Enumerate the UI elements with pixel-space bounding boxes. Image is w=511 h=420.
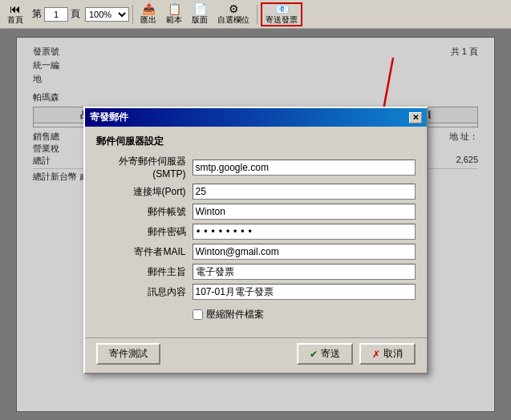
sender-mail-input[interactable] (193, 244, 416, 260)
sample-button[interactable]: 📋 範本 (162, 2, 186, 26)
sample-icon: 📋 (168, 3, 181, 14)
free-field-button[interactable]: ⚙ 自選欄位 (213, 2, 253, 26)
layout-label: 版面 (192, 14, 208, 26)
subject-input[interactable] (193, 264, 416, 280)
subject-row: 郵件主旨 (96, 264, 416, 280)
port-row: 連接埠(Port) (96, 184, 416, 200)
toolbar: ⏮ 首頁 第 頁 100% 50% 75% 125% 150% 200% 📤 匯… (0, 0, 511, 29)
send-button[interactable]: ✔ 寄送 (297, 343, 353, 365)
page-suffix-label: 頁 (71, 7, 80, 21)
port-input[interactable] (193, 184, 416, 200)
modal-overlay: 寄發郵件 ✕ 郵件伺服器設定 外寄郵件伺服器(SMTP) 連接埠(Port) 郵… (0, 29, 511, 420)
content-input[interactable] (193, 284, 416, 300)
password-row: 郵件密碼 (96, 224, 416, 240)
cancel-button[interactable]: ✗ 取消 (359, 343, 416, 365)
account-input[interactable] (193, 204, 416, 220)
page-input-group: 第 頁 (32, 7, 80, 22)
dialog-footer: 寄件測試 ✔ 寄送 ✗ 取消 (85, 337, 427, 373)
separator-2 (257, 5, 258, 24)
sender-mail-label: 寄件者MAIL (96, 245, 193, 259)
page-prefix-label: 第 (32, 7, 42, 21)
dialog-body: 郵件伺服器設定 外寄郵件伺服器(SMTP) 連接埠(Port) 郵件帳號 郵件密… (85, 127, 427, 337)
section-title: 郵件伺服器設定 (96, 135, 416, 148)
send-label: 寄送 (321, 347, 340, 361)
first-page-label: 首頁 (7, 14, 23, 26)
content-label: 訊息內容 (96, 285, 193, 299)
password-input[interactable] (193, 224, 416, 240)
send-email-dialog: 寄發郵件 ✕ 郵件伺服器設定 外寄郵件伺服器(SMTP) 連接埠(Port) 郵… (83, 107, 428, 374)
sender-mail-row: 寄件者MAIL (96, 244, 416, 260)
first-page-button[interactable]: ⏮ 首頁 (3, 2, 27, 26)
layout-button[interactable]: 📄 版面 (188, 2, 212, 26)
sample-label: 範本 (166, 14, 182, 26)
send-invoice-label: 寄送發票 (266, 14, 298, 26)
compress-label: 壓縮附件檔案 (206, 308, 264, 321)
compress-checkbox[interactable] (193, 309, 203, 320)
close-icon: ✕ (412, 113, 419, 122)
test-send-label: 寄件測試 (109, 347, 148, 361)
export-icon: 📤 (142, 3, 156, 14)
export-button[interactable]: 📤 匯出 (136, 2, 160, 26)
zoom-select[interactable]: 100% 50% 75% 125% 150% 200% (85, 7, 129, 22)
free-field-label: 自選欄位 (217, 14, 249, 26)
password-label: 郵件密碼 (96, 225, 193, 239)
main-area: 發票號 共 1 頁 統一編 地 帕瑪森 品名 數量 單價 金額 (0, 29, 511, 420)
page-number-input[interactable] (44, 7, 68, 22)
export-label: 匯出 (140, 14, 156, 26)
cancel-label: 取消 (383, 347, 403, 361)
test-send-button[interactable]: 寄件測試 (96, 343, 160, 365)
first-page-icon: ⏮ (10, 3, 21, 14)
layout-icon: 📄 (193, 3, 207, 14)
send-invoice-icon: 📧 (275, 3, 289, 14)
dialog-titlebar: 寄發郵件 ✕ (85, 108, 427, 127)
smtp-row: 外寄郵件伺服器(SMTP) (96, 155, 416, 180)
footer-right-buttons: ✔ 寄送 ✗ 取消 (297, 343, 416, 365)
account-row: 郵件帳號 (96, 204, 416, 220)
dialog-title: 寄發郵件 (90, 111, 128, 124)
subject-label: 郵件主旨 (96, 265, 193, 279)
separator-1 (132, 5, 133, 24)
smtp-input[interactable] (193, 160, 416, 176)
smtp-label: 外寄郵件伺服器(SMTP) (96, 155, 193, 180)
dialog-close-button[interactable]: ✕ (409, 112, 422, 123)
send-invoice-button[interactable]: 📧 寄送發票 (261, 2, 302, 26)
cancel-x-icon: ✗ (372, 349, 380, 360)
free-field-icon: ⚙ (229, 3, 239, 14)
port-label: 連接埠(Port) (96, 185, 193, 199)
account-label: 郵件帳號 (96, 205, 193, 219)
send-checkmark-icon: ✔ (310, 349, 318, 360)
compress-checkbox-row: 壓縮附件檔案 (193, 308, 416, 321)
content-row: 訊息內容 (96, 284, 416, 300)
